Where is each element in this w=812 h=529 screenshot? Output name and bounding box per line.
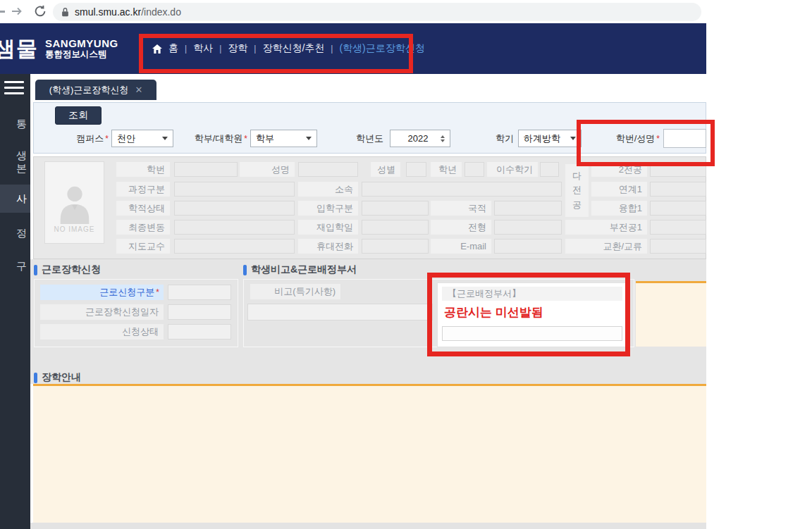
label-enrollment-status: 학적상태: [116, 201, 170, 216]
label-gender: 성별: [371, 162, 400, 177]
lock-icon: [61, 7, 69, 17]
label-grade: 학년: [431, 162, 462, 177]
sidebar-item-research[interactable]: 구: [0, 260, 30, 273]
required-mark: *: [244, 134, 247, 144]
division-value: 학부: [256, 132, 274, 145]
note-input[interactable]: [247, 304, 433, 320]
query-button[interactable]: 조회: [55, 106, 102, 125]
label-work-application-type: 근로신청구분*: [40, 285, 164, 300]
field-enrollment-status: [174, 201, 295, 216]
annotation-box-breadcrumb: [139, 34, 413, 73]
section-title: 학생비고&근로배정부서: [251, 263, 357, 276]
label-multi-major: 다전공: [565, 164, 589, 217]
label-advisor: 지도교수: [116, 239, 170, 254]
term-select[interactable]: 하계방학: [518, 130, 582, 147]
url-bar[interactable]: smul.smu.ac.kr/index.do: [53, 3, 701, 21]
label-mobile-phone: 휴대전화: [298, 239, 358, 254]
year-spinner[interactable]: 2022: [390, 130, 450, 147]
guide-content-area: [33, 386, 706, 523]
field-last-change: [174, 220, 295, 235]
sidebar-item-student[interactable]: 생: [0, 149, 30, 163]
field-linked-major: [650, 182, 706, 197]
field-screening: [494, 220, 562, 235]
field-completed-terms: [540, 162, 559, 177]
side-info-panel: [636, 281, 706, 347]
division-select[interactable]: 학부: [250, 130, 317, 147]
sidebar-item-jeong[interactable]: 정: [0, 227, 30, 240]
section-title: 근로장학신청: [42, 263, 101, 276]
tab-label: (학생)근로장학신청: [49, 84, 129, 97]
sidebar-item-haksa-active[interactable]: 사: [0, 192, 30, 206]
reload-icon[interactable]: [34, 5, 47, 18]
label-nationality: 국적: [431, 201, 491, 216]
no-image-text: NO IMAGE: [54, 225, 94, 233]
url-host: smul.smu.ac.kr: [75, 6, 141, 18]
label-screening: 전형: [431, 220, 491, 235]
brand-line1: SANGMYUNG: [45, 37, 118, 49]
label-readmission-date: 재입학일: [298, 220, 358, 235]
section-header-note-dept: 학생비고&근로배정부서: [243, 263, 357, 276]
menu-hamburger-icon[interactable]: [0, 79, 30, 100]
label-email: E-mail: [431, 239, 491, 254]
field-application-status: [168, 324, 231, 340]
field-admission-type: [362, 201, 429, 216]
field-nationality: [494, 201, 562, 216]
sidebar-item-basic[interactable]: 본: [0, 162, 30, 175]
field-student-number: [174, 162, 238, 177]
field-work-application-date: [168, 304, 231, 320]
annotation-box-assignment-dept: [427, 273, 630, 356]
back-icon[interactable]: [0, 11, 5, 13]
label-last-change: 최종변동: [116, 220, 170, 235]
campus-label: 캠퍼스*: [62, 131, 109, 146]
forward-icon[interactable]: [11, 5, 23, 18]
field-grade: [465, 162, 484, 177]
section-header-work-application: 근로장학신청: [34, 263, 101, 276]
field-exchange: [650, 239, 706, 254]
student-photo-placeholder: NO IMAGE: [44, 161, 104, 244]
query-button-label: 조회: [68, 109, 88, 122]
term-value: 하계방학: [524, 132, 560, 145]
label-minor: 부전공1: [565, 220, 647, 235]
field-minor: [650, 220, 706, 235]
app-brand: SANGMYUNG 통합정보시스템: [45, 37, 118, 60]
tab-work-scholarship[interactable]: (학생)근로장학신청 ✕: [35, 80, 156, 100]
year-label: 학년도: [345, 131, 383, 146]
person-icon: [54, 180, 95, 224]
label-name: 성명: [240, 162, 295, 177]
field-gender: [406, 162, 426, 177]
tab-close-icon[interactable]: ✕: [135, 85, 142, 95]
field-mobile-phone: [362, 239, 429, 254]
url-path: /index.do: [141, 6, 181, 18]
chevron-down-icon: [162, 137, 168, 140]
sidebar-item-common[interactable]: 통: [0, 118, 30, 131]
section-bar-icon: [243, 265, 247, 275]
label-linked-major: 연계1: [591, 182, 647, 197]
field-course-type: [174, 182, 295, 197]
field-convergence-major: [650, 201, 706, 216]
required-mark: *: [156, 287, 159, 297]
field-name: [298, 162, 358, 177]
label-work-application-date: 근로장학신청일자: [40, 304, 164, 320]
brand-line2: 통합정보시스템: [45, 49, 118, 60]
year-value: 2022: [395, 133, 441, 144]
field-readmission-date: [362, 220, 429, 235]
term-label: 학기: [488, 131, 514, 146]
required-mark: *: [105, 134, 109, 144]
label-student-number: 학번: [116, 162, 170, 177]
label-exchange: 교환/교류: [565, 239, 647, 254]
field-work-application-type: [168, 285, 231, 300]
chevron-down-icon: [306, 137, 312, 140]
chevron-down-icon: [570, 137, 576, 140]
app-logo[interactable]: 샘물: [0, 35, 38, 63]
screenshot-root: smul.smu.ac.kr/index.do 샘물 SANGMYUNG 통합정…: [0, 0, 812, 529]
field-affiliation: [362, 182, 562, 197]
spinner-arrows-icon[interactable]: [441, 135, 445, 142]
label-convergence-major: 융합1: [591, 201, 647, 216]
label-admission-type: 입학구분: [298, 201, 358, 216]
field-email: [494, 239, 562, 254]
sidebar: [0, 74, 30, 529]
field-advisor: [174, 239, 295, 254]
section-bar-icon: [34, 265, 37, 275]
label-application-status: 신청상태: [40, 324, 164, 340]
campus-select[interactable]: 천안: [111, 130, 173, 147]
